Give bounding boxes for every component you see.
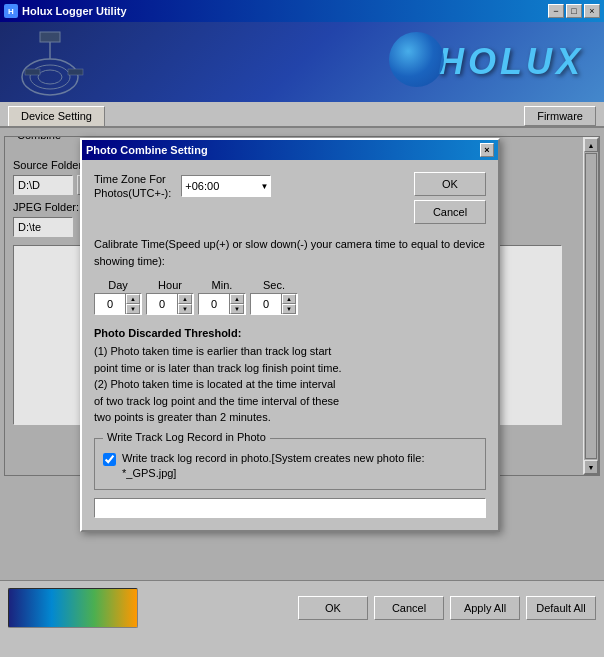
dialog-cancel-button[interactable]: Cancel <box>414 200 486 224</box>
maximize-button[interactable]: □ <box>566 4 582 18</box>
write-group-label: Write Track Log Record in Photo <box>103 431 270 443</box>
day-input[interactable] <box>95 294 125 314</box>
main-window: H Holux Logger Utility − □ × HOLUX Devic… <box>0 0 604 635</box>
dialog-button-group: OK Cancel <box>414 172 486 224</box>
write-checkbox-row: Write track log record in photo.[System … <box>103 451 477 482</box>
min-arrows: ▲ ▼ <box>229 294 244 314</box>
apply-all-button[interactable]: Apply All <box>450 596 520 620</box>
logo-text: HOLUX <box>438 41 584 83</box>
day-up-btn[interactable]: ▲ <box>126 294 140 304</box>
threshold-text: (1) Photo taken time is earlier than tra… <box>94 343 486 426</box>
title-bar-controls: − □ × <box>548 4 600 18</box>
bottom-buttons: OK Cancel Apply All Default All <box>298 596 596 620</box>
min-label: Min. <box>198 279 246 291</box>
calibrate-description: Calibrate Time(Speed up(+) or slow down(… <box>94 236 486 269</box>
content-area: Combine Source Folder: D:\D JPEG Folder: <box>0 128 604 580</box>
min-up-btn[interactable]: ▲ <box>230 294 244 304</box>
sec-label: Sec. <box>250 279 298 291</box>
write-checkbox[interactable] <box>103 453 116 466</box>
sec-down-btn[interactable]: ▼ <box>282 304 296 314</box>
timezone-select-wrapper: +06:00 +00:00 +01:00 +05:00 +07:00 +08:0… <box>181 175 271 197</box>
spinners-section: Day Hour Min. Sec. ▲ ▼ <box>94 279 486 315</box>
sec-spinner[interactable]: ▲ ▼ <box>250 293 298 315</box>
default-all-button[interactable]: Default All <box>526 596 596 620</box>
sec-input[interactable] <box>251 294 281 314</box>
svg-rect-4 <box>40 32 60 42</box>
dialog-close-button[interactable]: × <box>480 143 494 157</box>
cancel-button[interactable]: Cancel <box>374 596 444 620</box>
write-track-log-group: Write Track Log Record in Photo Write tr… <box>94 438 486 491</box>
dialog-overlay: Photo Combine Setting × Time Zone ForPho… <box>0 128 604 580</box>
write-checkbox-label: Write track log record in photo.[System … <box>122 451 477 482</box>
close-button[interactable]: × <box>584 4 600 18</box>
hour-down-btn[interactable]: ▼ <box>178 304 192 314</box>
threshold-section: Photo Discarded Threshold: (1) Photo tak… <box>94 327 486 426</box>
dialog-content: Time Zone ForPhotos(UTC+-): +06:00 +00:0… <box>82 160 498 530</box>
bottom-decorative-image <box>8 588 138 628</box>
svg-point-2 <box>38 70 62 84</box>
svg-rect-5 <box>25 69 40 75</box>
tab-bar: Device Setting Firmware <box>0 102 604 128</box>
min-input[interactable] <box>199 294 229 314</box>
timezone-select[interactable]: +06:00 +00:00 +01:00 +05:00 +07:00 +08:0… <box>181 175 271 197</box>
sec-arrows: ▲ ▼ <box>281 294 296 314</box>
title-bar-left: H Holux Logger Utility <box>4 4 127 18</box>
day-spinner[interactable]: ▲ ▼ <box>94 293 142 315</box>
hour-up-btn[interactable]: ▲ <box>178 294 192 304</box>
sec-up-btn[interactable]: ▲ <box>282 294 296 304</box>
threshold-title: Photo Discarded Threshold: <box>94 327 486 339</box>
timezone-label: Time Zone ForPhotos(UTC+-): <box>94 172 171 201</box>
day-label: Day <box>94 279 142 291</box>
window-title: Holux Logger Utility <box>22 5 127 17</box>
header-area: HOLUX <box>0 22 604 102</box>
min-down-btn[interactable]: ▼ <box>230 304 244 314</box>
satellite-decoration <box>20 27 100 97</box>
day-down-btn[interactable]: ▼ <box>126 304 140 314</box>
day-arrows: ▲ ▼ <box>125 294 140 314</box>
progress-area <box>94 498 486 518</box>
minimize-button[interactable]: − <box>548 4 564 18</box>
dialog-ok-button[interactable]: OK <box>414 172 486 196</box>
hour-label: Hour <box>146 279 194 291</box>
svg-point-1 <box>30 65 70 89</box>
dialog-title: Photo Combine Setting <box>86 144 208 156</box>
photo-combine-dialog: Photo Combine Setting × Time Zone ForPho… <box>80 138 500 532</box>
hour-input[interactable] <box>147 294 177 314</box>
min-spinner[interactable]: ▲ ▼ <box>198 293 246 315</box>
bottom-bar: OK Cancel Apply All Default All <box>0 580 604 635</box>
ok-button[interactable]: OK <box>298 596 368 620</box>
spinners-labels: Day Hour Min. Sec. <box>94 279 486 291</box>
tab-device-setting[interactable]: Device Setting <box>8 106 105 126</box>
hour-arrows: ▲ ▼ <box>177 294 192 314</box>
spinners-inputs: ▲ ▼ ▲ ▼ <box>94 293 486 315</box>
globe-decoration <box>389 32 444 87</box>
title-bar: H Holux Logger Utility − □ × <box>0 0 604 22</box>
dialog-title-bar: Photo Combine Setting × <box>82 140 498 160</box>
hour-spinner[interactable]: ▲ ▼ <box>146 293 194 315</box>
tab-firmware[interactable]: Firmware <box>524 106 596 126</box>
svg-rect-6 <box>68 69 83 75</box>
app-icon: H <box>4 4 18 18</box>
